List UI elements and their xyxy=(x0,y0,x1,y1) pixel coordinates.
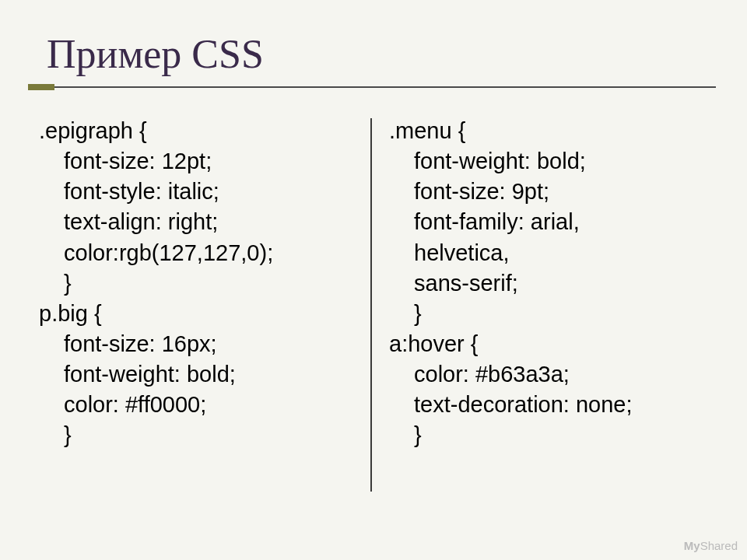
code-line: p.big { xyxy=(39,299,358,329)
right-column: .menu { font-weight: bold; font-size: 9p… xyxy=(374,116,708,451)
code-line: } xyxy=(39,420,358,450)
watermark-my: My xyxy=(684,539,700,552)
code-line: a:hover { xyxy=(389,329,708,359)
content-columns: .epigraph { font-size: 12pt; font-style:… xyxy=(39,116,708,451)
watermark-shared: Shared xyxy=(700,539,738,552)
code-line: font-size: 9pt; xyxy=(389,177,708,207)
code-line: color:rgb(127,127,0); xyxy=(39,238,358,268)
code-line: font-weight: bold; xyxy=(39,359,358,390)
code-line: } xyxy=(389,299,708,329)
code-line: color: #ff0000; xyxy=(39,390,358,420)
code-line: color: #b63a3a; xyxy=(389,359,708,390)
code-line: } xyxy=(389,420,708,450)
code-line: font-family: arial, xyxy=(389,207,708,237)
code-line: sans-serif; xyxy=(389,268,708,299)
code-line: .menu { xyxy=(389,116,708,146)
title-accent-marker xyxy=(28,84,54,90)
code-line: text-decoration: none; xyxy=(389,390,708,420)
code-line: font-weight: bold; xyxy=(389,146,708,177)
code-line: font-size: 12pt; xyxy=(39,146,358,177)
watermark: MyShared xyxy=(684,539,738,552)
left-column: .epigraph { font-size: 12pt; font-style:… xyxy=(39,116,374,451)
code-line: font-style: italic; xyxy=(39,177,358,207)
code-line: helvetica, xyxy=(389,238,708,268)
title-underline xyxy=(54,86,716,88)
slide-title: Пример CSS xyxy=(47,31,708,77)
code-line: .epigraph { xyxy=(39,116,358,146)
code-line: font-size: 16px; xyxy=(39,329,358,359)
code-line: text-align: right; xyxy=(39,207,358,237)
code-line: } xyxy=(39,268,358,299)
